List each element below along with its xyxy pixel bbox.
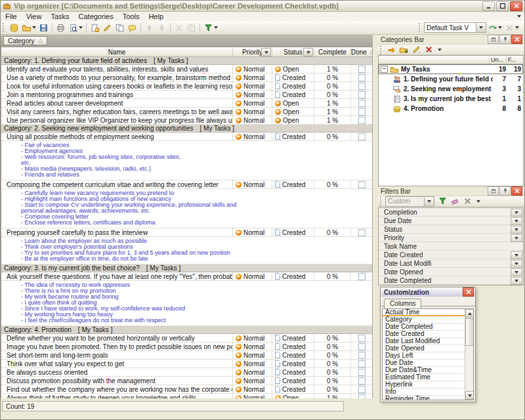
- print-button[interactable]: [54, 22, 67, 34]
- menu-item-tasks[interactable]: Tasks: [46, 12, 74, 20]
- list-item-estimated-time[interactable]: Estimated Time: [383, 374, 465, 381]
- filter-dropdown[interactable]: [511, 251, 522, 259]
- delete-filter-button[interactable]: [461, 195, 474, 207]
- filter-row-task-name[interactable]: Task Name: [379, 242, 523, 251]
- print-preview-button[interactable]: [67, 22, 84, 34]
- task-row[interactable]: Use personal organizer like VIP Organize…: [1, 116, 372, 125]
- collapse-icon[interactable]: −: [381, 66, 388, 73]
- vertical-splitter[interactable]: [373, 35, 378, 414]
- task-row[interactable]: Define whether you want to be promoted h…: [1, 334, 372, 343]
- edit-category-button[interactable]: [410, 43, 423, 56]
- scroll-up-button[interactable]: [465, 309, 474, 318]
- filter-dropdown[interactable]: [511, 217, 522, 225]
- filter-dropdown[interactable]: [511, 268, 522, 276]
- save-database-button[interactable]: [37, 22, 50, 34]
- column-header-unfinished[interactable]: Un...: [489, 56, 506, 64]
- delete-category-button[interactable]: [423, 43, 435, 56]
- list-item-date-opened[interactable]: Date Opened: [383, 345, 465, 352]
- new-task-button[interactable]: [89, 22, 101, 34]
- done-checkbox[interactable]: [358, 74, 366, 81]
- list-item-category[interactable]: Category: [383, 316, 465, 324]
- comment-button[interactable]: [126, 22, 138, 34]
- done-checkbox[interactable]: [358, 100, 366, 107]
- tree-item-4-promotion[interactable]: 4. Promotion88: [379, 104, 523, 114]
- done-checkbox[interactable]: [358, 229, 366, 236]
- maximize-panel-button[interactable]: [488, 186, 499, 196]
- done-checkbox[interactable]: [358, 273, 366, 280]
- category-row[interactable]: Category: 3. Is my current job the best …: [1, 264, 372, 272]
- open-database-button[interactable]: [20, 22, 37, 34]
- done-checkbox[interactable]: [358, 133, 366, 140]
- toolbar-grip[interactable]: [3, 23, 6, 32]
- close-panel-button[interactable]: [511, 35, 522, 44]
- task-row[interactable]: Read articles about career developmentNo…: [1, 99, 372, 108]
- column-header-complete[interactable]: Complete: [314, 47, 351, 56]
- done-checkbox[interactable]: [358, 335, 366, 342]
- group-by-category-button[interactable]: Category △: [3, 36, 47, 45]
- list-item-due-date-time[interactable]: Due Date&Time: [383, 367, 465, 374]
- menu-item-help[interactable]: Help: [144, 12, 168, 20]
- filter-row-date-completed[interactable]: Date Completed: [379, 276, 523, 285]
- done-checkbox[interactable]: [358, 108, 366, 116]
- status-filter-dropdown[interactable]: [303, 48, 313, 56]
- filter-row-priority[interactable]: Priority: [379, 234, 523, 242]
- list-item-days-left[interactable]: Days Left: [383, 352, 465, 360]
- tree-item-3-is-my-current-job-the-best-choice[interactable]: 3. Is my current job the best choice?11: [379, 94, 523, 104]
- menu-item-categories[interactable]: Categories: [74, 12, 118, 20]
- new-database-button[interactable]: [8, 22, 20, 34]
- category-row[interactable]: Category: 1. Defining your future field …: [1, 57, 372, 65]
- column-header-status[interactable]: Status: [272, 47, 314, 56]
- close-button[interactable]: [510, 1, 522, 11]
- list-item-due-date[interactable]: Due Date: [383, 360, 465, 367]
- maximize-panel-button[interactable]: [488, 35, 499, 44]
- tab-columns[interactable]: Columns: [384, 299, 421, 308]
- filter-dropdown[interactable]: [511, 277, 522, 285]
- menu-item-tools[interactable]: Tools: [118, 12, 144, 20]
- clear-filter-button[interactable]: [449, 195, 461, 207]
- task-row[interactable]: Preparing yourself carefully to pass the…: [1, 228, 372, 237]
- filter-row-status[interactable]: Status: [379, 225, 523, 234]
- done-checkbox[interactable]: [358, 386, 366, 393]
- pin-panel-button[interactable]: [499, 186, 511, 196]
- task-row[interactable]: Visit any careers fairs, higher educatio…: [1, 108, 372, 116]
- scroll-thumb[interactable]: [465, 318, 474, 346]
- toolbar-options-icon[interactable]: [476, 200, 480, 203]
- done-checkbox[interactable]: [358, 66, 366, 73]
- apply-filter-button[interactable]: [436, 195, 449, 207]
- list-item-info[interactable]: Info: [383, 388, 465, 396]
- filter-button[interactable]: [202, 22, 219, 34]
- done-checkbox[interactable]: [358, 117, 366, 124]
- view-toolbar-grip[interactable]: [419, 23, 422, 32]
- category-row[interactable]: Category: 4. Promotion[ My Tasks ]: [1, 326, 372, 334]
- task-row[interactable]: Identify and evaluate your talents, abil…: [1, 65, 372, 74]
- done-checkbox[interactable]: [358, 377, 366, 385]
- list-item-date-created[interactable]: Date Created: [383, 331, 465, 338]
- done-checkbox[interactable]: [358, 181, 366, 188]
- move-to-category-button[interactable]: [385, 43, 398, 56]
- tree-item-my-tasks[interactable]: −My Tasks1919: [379, 64, 523, 74]
- close-customization-button[interactable]: [463, 287, 474, 297]
- categories-toolbar-grip[interactable]: [380, 45, 383, 54]
- filter-row-date-last-modifi[interactable]: Date Last Modifi: [379, 259, 523, 268]
- menu-item-file[interactable]: File: [1, 12, 22, 20]
- list-item-actual-time[interactable]: Actual Time: [383, 309, 465, 316]
- task-row[interactable]: Discuss promotion possibility with the m…: [1, 377, 372, 385]
- filter-row-date-opened[interactable]: Date Opened: [379, 268, 523, 276]
- task-row[interactable]: Always think of further study to deepen …: [1, 394, 372, 398]
- maximize-button[interactable]: [496, 1, 509, 11]
- minimize-button[interactable]: [482, 1, 495, 11]
- done-checkbox[interactable]: [358, 343, 366, 350]
- duplicate-task-button[interactable]: [114, 22, 126, 34]
- apply-view-button[interactable]: [486, 22, 503, 34]
- view-selector[interactable]: Default Task V: [424, 22, 486, 33]
- task-row[interactable]: Using all possible methods of employment…: [1, 133, 372, 141]
- done-checkbox[interactable]: [358, 369, 366, 376]
- filter-dropdown[interactable]: [511, 226, 522, 234]
- toolbar-options-icon[interactable]: [438, 49, 442, 51]
- task-row[interactable]: Think over what salary you expect to get…: [1, 360, 372, 368]
- column-header-priority[interactable]: Priority: [233, 47, 272, 56]
- task-row[interactable]: Image you have been promoted. Then try t…: [1, 343, 372, 351]
- done-checkbox[interactable]: [358, 360, 366, 368]
- list-item-hyperlink[interactable]: Hyperlink: [383, 381, 465, 388]
- add-category-button[interactable]: [398, 43, 410, 56]
